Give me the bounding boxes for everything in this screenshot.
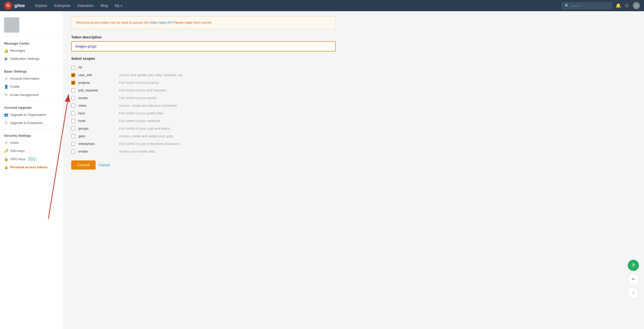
sidebar-item-upgrade-org-label: Upgrade to Organization xyxy=(10,113,46,117)
scope-desc-hook: Full control of your webhook xyxy=(119,119,160,123)
building-icon: ☰ xyxy=(4,121,8,125)
scope-checkbox-pull-requests[interactable] xyxy=(71,88,75,92)
alert-text-middle: Please make them secret! xyxy=(173,21,212,24)
edit-fab[interactable]: ✏ xyxy=(628,273,639,285)
scope-checkbox-hook[interactable] xyxy=(71,119,75,123)
scope-desc-pull-requests: Full control of your pull requests xyxy=(119,88,166,92)
scope-desc-keys: Full control of your public keys xyxy=(119,111,164,115)
sidebar-item-upgrade-enterprise-label: Upgrade to Enterprise xyxy=(10,121,42,125)
alert-link-gitee[interactable]: Gitee Open API xyxy=(150,21,172,24)
token-icon: 🔒 xyxy=(4,165,8,169)
list-icon: ☰ xyxy=(4,141,8,145)
scope-desc-notes: Access, create and edit your comments xyxy=(119,104,177,107)
scope-checkbox-issues[interactable] xyxy=(71,96,75,100)
sidebar-item-tokens-label: Personal access tokens xyxy=(10,165,48,169)
navbar: G gitee Explore Enterprise Education Blo… xyxy=(0,0,644,11)
sidebar-item-personal-tokens[interactable]: 🔒 Personal access tokens xyxy=(0,163,63,171)
help-fab[interactable]: ? xyxy=(628,260,639,271)
scope-name-pull-requests: pull_requests xyxy=(78,88,119,92)
scope-row-notes: notes Access, create and edit your comme… xyxy=(71,102,336,109)
scope-name-projects: projects xyxy=(78,81,119,85)
scope-checkbox-all[interactable] xyxy=(71,65,75,70)
scope-desc-gists: Access, create and update your gists xyxy=(119,134,173,138)
scope-checkbox-projects[interactable] xyxy=(71,81,75,85)
search-input[interactable] xyxy=(570,4,609,8)
sidebar-item-messages[interactable]: 🔔 Messages xyxy=(0,46,63,54)
navbar-logo: G xyxy=(4,2,12,10)
scope-checkbox-groups[interactable] xyxy=(71,127,75,131)
scope-name-enterprises: enterprises xyxy=(78,142,119,146)
scope-checkbox-emails[interactable] xyxy=(71,149,75,154)
nav-explore[interactable]: Explore xyxy=(32,2,50,9)
speaker-icon: 🔊 xyxy=(4,57,8,61)
scope-checkbox-enterprises[interactable] xyxy=(71,142,75,146)
plus-icon[interactable]: ➕ xyxy=(624,3,630,8)
nav-blog[interactable]: Blog xyxy=(98,2,111,9)
scope-desc-issues: Full control of your issues xyxy=(119,96,156,100)
nav-my[interactable]: My xyxy=(112,2,125,9)
divider-1 xyxy=(0,65,63,65)
sidebar-avatar-area xyxy=(0,15,63,37)
sidebar-item-hosts-label: Hosts xyxy=(10,141,19,145)
sidebar-item-ssh-label: SSH keys xyxy=(10,149,25,153)
commit-button[interactable]: Commit xyxy=(71,160,96,170)
scope-desc-emails: Access your emails data xyxy=(119,149,155,153)
scope-desc-enterprises: Full control of your enterprises and tea… xyxy=(119,142,180,146)
scope-checkbox-user-info[interactable] xyxy=(71,73,75,77)
alert-text-before: Personal access token can be used to acc… xyxy=(76,21,150,24)
grid-icon: ☰ xyxy=(4,76,8,80)
cancel-button[interactable]: Cancel xyxy=(99,160,110,170)
key-icon: 🔑 xyxy=(4,149,8,153)
scope-name-user-info: user_info xyxy=(78,73,119,77)
scope-name-hook: hook xyxy=(78,119,119,123)
sidebar-item-upgrade-enterprise[interactable]: ☰ Upgrade to Enterprise xyxy=(0,119,63,127)
sidebar: Message Center 🔔 Messages 🔊 Notification… xyxy=(0,11,64,329)
sidebar-item-email-label: Email management xyxy=(10,93,39,97)
sidebar-item-email-management[interactable]: ✉ Email management xyxy=(0,91,63,99)
scope-name-notes: notes xyxy=(78,104,119,107)
search-icon: 🔍 xyxy=(565,4,569,8)
user-avatar xyxy=(4,17,19,33)
scope-desc-user-info: Access and update your data, activities,… xyxy=(119,73,183,77)
scope-name-groups: groups xyxy=(78,127,119,130)
divider-3 xyxy=(0,129,63,129)
token-description-input[interactable] xyxy=(71,41,336,51)
scope-row-issues: issues Full control of your issues xyxy=(71,94,336,102)
navbar-links: Explore Enterprise Education Blog My xyxy=(32,2,125,9)
alert-banner: Personal access token can be used to acc… xyxy=(71,16,336,29)
sidebar-item-notification-settings[interactable]: 🔊 Notification Settings xyxy=(0,54,63,63)
scope-desc-projects: Full control of your projects xyxy=(119,81,159,85)
scope-row-all: All xyxy=(71,64,336,71)
scope-row-user-info: user_info Access and update your data, a… xyxy=(71,71,336,79)
sidebar-item-account-information-label: Account Information xyxy=(10,77,40,80)
navbar-brand[interactable]: G gitee xyxy=(4,2,25,10)
scope-checkbox-notes[interactable] xyxy=(71,104,75,108)
sidebar-item-hosts[interactable]: ☰ Hosts xyxy=(0,139,63,147)
search-box[interactable]: 🔍 xyxy=(562,2,612,9)
sidebar-item-gpg-label: GPG keys xyxy=(10,157,25,161)
scope-row-groups: groups Full control of your orgs and tea… xyxy=(71,125,336,132)
sidebar-section-account-upgrade: Account Upgrade xyxy=(0,103,63,111)
scope-row-hook: hook Full control of your webhook xyxy=(71,117,336,125)
back-to-top-fab[interactable]: ↑ xyxy=(628,287,639,298)
scopes-title: Select scopes xyxy=(71,57,336,61)
scope-desc-groups: Full control of your orgs and teams xyxy=(119,127,170,130)
scope-checkbox-gists[interactable] xyxy=(71,134,75,138)
token-description-label: Token description xyxy=(71,35,336,39)
sidebar-item-upgrade-org[interactable]: 👥 Upgrade to Organization xyxy=(0,111,63,119)
bell-icon: 🔔 xyxy=(4,48,8,52)
bell-icon[interactable]: 🔔 xyxy=(616,3,621,8)
sidebar-item-profile[interactable]: 👤 Profile xyxy=(0,83,63,91)
nav-education[interactable]: Education xyxy=(75,2,96,9)
sidebar-section-basic-settings: Basic Settings xyxy=(0,67,63,74)
scope-row-pull-requests: pull_requests Full control of your pull … xyxy=(71,87,336,94)
sidebar-item-account-information[interactable]: ☰ Account Information xyxy=(0,74,63,83)
sidebar-item-gpg-keys[interactable]: 🔒 GPG keys Beta xyxy=(0,155,63,163)
nav-enterprise[interactable]: Enterprise xyxy=(51,2,74,9)
lock-icon: 🔒 xyxy=(4,157,8,161)
envelope-icon: ✉ xyxy=(4,93,8,97)
sidebar-item-ssh-keys[interactable]: 🔑 SSH keys xyxy=(0,147,63,155)
avatar[interactable]: U xyxy=(633,2,640,9)
scope-checkbox-keys[interactable] xyxy=(71,111,75,115)
divider-2 xyxy=(0,101,63,101)
